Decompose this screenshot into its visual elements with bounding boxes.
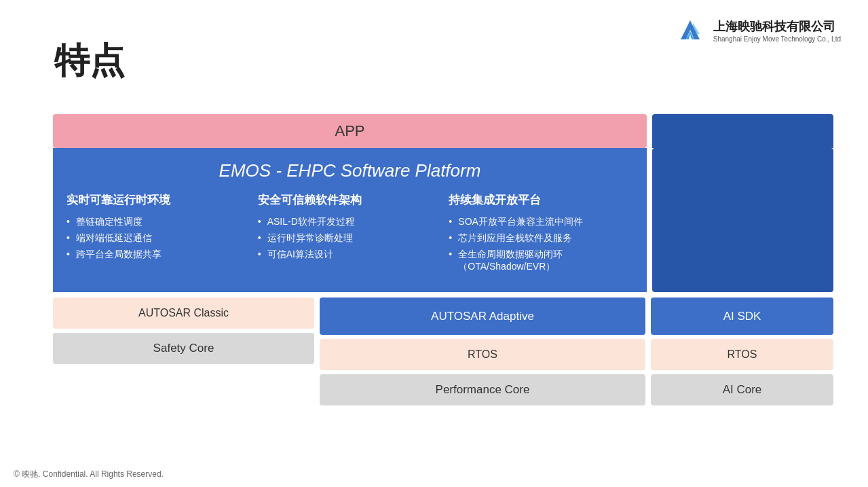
logo-en: Shanghai Enjoy Move Technology Co., Ltd bbox=[713, 35, 841, 43]
ai-core-box: AI Core bbox=[651, 374, 833, 405]
footer: © 映驰. Confidential. All Rights Reserved. bbox=[14, 469, 164, 480]
right-filler-top bbox=[652, 114, 833, 148]
features-row: 实时可靠运行时环境 整链确定性调度 端对端低延迟通信 跨平台全局数据共享 安全可… bbox=[67, 192, 633, 277]
feature-runtime-item-2: 跨平台全局数据共享 bbox=[67, 249, 251, 261]
feature-runtime-title: 实时可靠运行时环境 bbox=[67, 192, 251, 208]
feature-runtime: 实时可靠运行时环境 整链确定性调度 端对端低延迟通信 跨平台全局数据共享 bbox=[67, 192, 251, 277]
main-row: EMOS - EHPC Software Platform 实时可靠运行时环境 … bbox=[53, 148, 833, 292]
feature-ci: 持续集成开放平台 SOA开放平台兼容主流中间件 芯片到应用全栈软件及服务 全生命… bbox=[449, 192, 633, 277]
feature-safety-item-2: 可信AI算法设计 bbox=[258, 249, 442, 261]
feature-ci-item-2: 全生命周期数据驱动闭环（OTA/Shadow/EVR） bbox=[449, 249, 633, 273]
diagram: APP EMOS - EHPC Software Platform 实时可靠运行… bbox=[53, 114, 833, 405]
feature-ci-item-0: SOA开放平台兼容主流中间件 bbox=[449, 216, 633, 228]
logo-text: 上海映驰科技有限公司 Shanghai Enjoy Move Technolog… bbox=[713, 19, 841, 43]
logo-icon bbox=[674, 15, 706, 48]
feature-safety-title: 安全可信赖软件架构 bbox=[258, 192, 442, 208]
ai-core-group: AI SDK RTOS AI Core bbox=[651, 297, 833, 405]
blue-platform: EMOS - EHPC Software Platform 实时可靠运行时环境 … bbox=[53, 148, 647, 292]
platform-title: EMOS - EHPC Software Platform bbox=[67, 160, 633, 181]
right-dark-panel bbox=[652, 148, 833, 292]
ai-sdk-box: AI SDK bbox=[651, 297, 833, 335]
feature-ci-item-1: 芯片到应用全栈软件及服务 bbox=[449, 232, 633, 245]
performance-core-group: AUTOSAR Adaptive RTOS Performance Core bbox=[320, 297, 645, 405]
safety-core-group: AUTOSAR Classic Safety Core bbox=[53, 297, 314, 405]
logo-area: 上海映驰科技有限公司 Shanghai Enjoy Move Technolog… bbox=[674, 15, 841, 48]
app-bar: APP bbox=[53, 114, 647, 148]
ai-rtos-box: RTOS bbox=[651, 339, 833, 370]
feature-safety: 安全可信赖软件架构 ASIL-D软件开发过程 运行时异常诊断处理 可信AI算法设… bbox=[258, 192, 442, 277]
autosar-classic-box: AUTOSAR Classic bbox=[53, 297, 314, 329]
autosar-adaptive-box: AUTOSAR Adaptive bbox=[320, 297, 645, 335]
performance-core-box: Performance Core bbox=[320, 374, 645, 405]
page-title: 特点 bbox=[54, 37, 125, 85]
feature-runtime-item-0: 整链确定性调度 bbox=[67, 216, 251, 228]
logo-cn: 上海映驰科技有限公司 bbox=[713, 19, 841, 35]
safety-core-box: Safety Core bbox=[53, 333, 314, 364]
feature-safety-item-0: ASIL-D软件开发过程 bbox=[258, 216, 442, 228]
feature-runtime-item-1: 端对端低延迟通信 bbox=[67, 232, 251, 245]
feature-ci-title: 持续集成开放平台 bbox=[449, 192, 633, 208]
feature-safety-item-1: 运行时异常诊断处理 bbox=[258, 232, 442, 245]
app-row: APP bbox=[53, 114, 833, 148]
cores-row: AUTOSAR Classic Safety Core AUTOSAR Adap… bbox=[53, 297, 833, 405]
performance-rtos-box: RTOS bbox=[320, 339, 645, 370]
